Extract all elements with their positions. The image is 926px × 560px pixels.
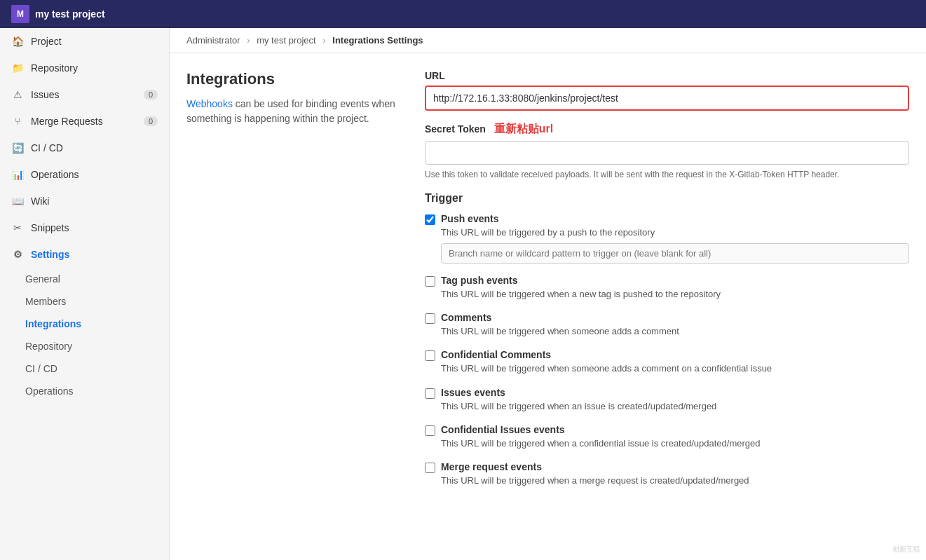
breadcrumb-project[interactable]: my test project — [257, 35, 316, 46]
repository-icon: 📁 — [11, 62, 24, 74]
trigger-merge-request-events: Merge request events This URL will be tr… — [425, 461, 909, 487]
checkbox-issues-events[interactable] — [425, 388, 435, 399]
merge-requests-icon: ⑂ — [11, 115, 24, 128]
top-bar: M my test project — [0, 0, 926, 28]
project-logo[interactable]: M my test project — [11, 5, 105, 23]
project-icon: 🏠 — [11, 35, 24, 48]
trigger-title-tag-push-events: Tag push events — [441, 275, 517, 286]
sidebar-item-label: CI / CD — [31, 142, 63, 153]
secret-token-group: Secret Token 重新粘贴url Use this token to v… — [425, 122, 909, 181]
sidebar-sub-item-repository-sub[interactable]: Repository — [0, 335, 169, 357]
trigger-confidential-issues-events: Confidential Issues events This URL will… — [425, 424, 909, 450]
annotation-text: 重新粘贴url — [494, 123, 553, 135]
badge-merge-requests: 0 — [144, 116, 158, 126]
trigger-push-events: Push events This URL will be triggered b… — [425, 213, 909, 264]
checkbox-tag-push-events[interactable] — [425, 276, 435, 287]
sidebar-item-wiki[interactable]: 📖 Wiki — [0, 188, 169, 214]
sidebar-item-label: Snippets — [31, 222, 69, 233]
trigger-title-confidential-issues-events: Confidential Issues events — [441, 424, 565, 435]
secret-token-label: Secret Token 重新粘贴url — [425, 122, 909, 137]
trigger-group: Trigger Push events This URL will be tri… — [425, 192, 909, 487]
trigger-title-confidential-comments: Confidential Comments — [441, 349, 551, 360]
checkbox-confidential-issues-events[interactable] — [425, 425, 435, 436]
sidebar-item-issues[interactable]: ⚠ Issues 0 — [0, 81, 169, 108]
sidebar-item-label: Wiki — [31, 196, 49, 207]
trigger-desc-merge-request-events: This URL will be triggered when a merge … — [441, 474, 909, 487]
trigger-comments: Comments This URL will be triggered when… — [425, 312, 909, 338]
sidebar-item-label: Settings — [31, 249, 69, 260]
breadcrumb-admin[interactable]: Administrator — [186, 35, 240, 46]
project-name: my test project — [35, 8, 105, 20]
sidebar: 🏠 Project 📁 Repository ⚠ Issues 0 ⑂ Merg… — [0, 28, 170, 560]
badge-issues: 0 — [144, 90, 158, 100]
checkbox-comments[interactable] — [425, 313, 435, 324]
trigger-title-comments: Comments — [441, 312, 491, 323]
sidebar-sub-item-general[interactable]: General — [0, 268, 169, 290]
sidebar-sub-item-members[interactable]: Members — [0, 290, 169, 313]
sidebar-item-project[interactable]: 🏠 Project — [0, 28, 169, 55]
trigger-desc-confidential-issues-events: This URL will be triggered when a confid… — [441, 437, 909, 450]
ci-cd-icon: 🔄 — [11, 142, 24, 154]
checkbox-confidential-comments[interactable] — [425, 350, 435, 361]
trigger-tag-push-events: Tag push events This URL will be trigger… — [425, 275, 909, 301]
trigger-desc-tag-push-events: This URL will be triggered when a new ta… — [441, 288, 909, 301]
trigger-issues-events: Issues events This URL will be triggered… — [425, 387, 909, 413]
breadcrumb-current: Integrations Settings — [332, 35, 423, 46]
sidebar-item-label: Repository — [31, 62, 78, 74]
page-title: Integrations — [186, 70, 397, 88]
sidebar-item-label: Issues — [31, 89, 59, 100]
url-label: URL — [425, 70, 909, 81]
sidebar-item-repository[interactable]: 📁 Repository — [0, 55, 169, 81]
sidebar-item-label: Merge Requests — [31, 116, 103, 127]
sidebar-sub-item-integrations[interactable]: Integrations — [0, 313, 169, 335]
integrations-form: URL Secret Token 重新粘贴url Use this token … — [425, 70, 909, 498]
branch-filter-input[interactable] — [441, 243, 909, 264]
trigger-title-push-events: Push events — [441, 213, 498, 224]
trigger-desc-push-events: This URL will be triggered by a push to … — [441, 226, 909, 239]
trigger-title-merge-request-events: Merge request events — [441, 461, 542, 472]
checkbox-merge-request-events[interactable] — [425, 463, 435, 473]
trigger-confidential-comments: Confidential Comments This URL will be t… — [425, 349, 909, 375]
operations-icon: 📊 — [11, 168, 24, 181]
secret-token-hint: Use this token to validate received payl… — [425, 169, 909, 181]
trigger-label: Trigger — [425, 192, 909, 205]
secret-token-input[interactable] — [425, 141, 909, 165]
sidebar-item-operations[interactable]: 📊 Operations — [0, 161, 169, 188]
url-group: URL — [425, 70, 909, 111]
breadcrumb: Administrator › my test project › Integr… — [170, 28, 926, 53]
webhooks-link[interactable]: Webhooks — [186, 98, 233, 109]
snippets-icon: ✂ — [11, 221, 24, 234]
avatar: M — [11, 5, 29, 23]
sidebar-item-merge-requests[interactable]: ⑂ Merge Requests 0 — [0, 108, 169, 135]
page-description: Webhooks can be used for binding events … — [186, 97, 397, 126]
sidebar-item-settings[interactable]: ⚙ Settings — [0, 241, 169, 268]
settings-icon: ⚙ — [11, 248, 24, 261]
trigger-desc-comments: This URL will be triggered when someone … — [441, 325, 909, 338]
main-content: Administrator › my test project › Integr… — [170, 28, 926, 560]
sidebar-sub-item-ci-cd-sub[interactable]: CI / CD — [0, 357, 169, 380]
sidebar-item-ci-cd[interactable]: 🔄 CI / CD — [0, 135, 169, 161]
issues-icon: ⚠ — [11, 88, 24, 101]
trigger-title-issues-events: Issues events — [441, 387, 505, 398]
url-input[interactable] — [425, 86, 909, 111]
trigger-desc-issues-events: This URL will be triggered when an issue… — [441, 400, 909, 413]
sidebar-sub-item-operations-sub[interactable]: Operations — [0, 380, 169, 402]
trigger-desc-confidential-comments: This URL will be triggered when someone … — [441, 362, 909, 375]
sidebar-item-snippets[interactable]: ✂ Snippets — [0, 214, 169, 241]
sidebar-item-label: Operations — [31, 169, 79, 180]
wiki-icon: 📖 — [11, 195, 24, 207]
sidebar-item-label: Project — [31, 36, 62, 47]
checkbox-push-events[interactable] — [425, 214, 435, 225]
